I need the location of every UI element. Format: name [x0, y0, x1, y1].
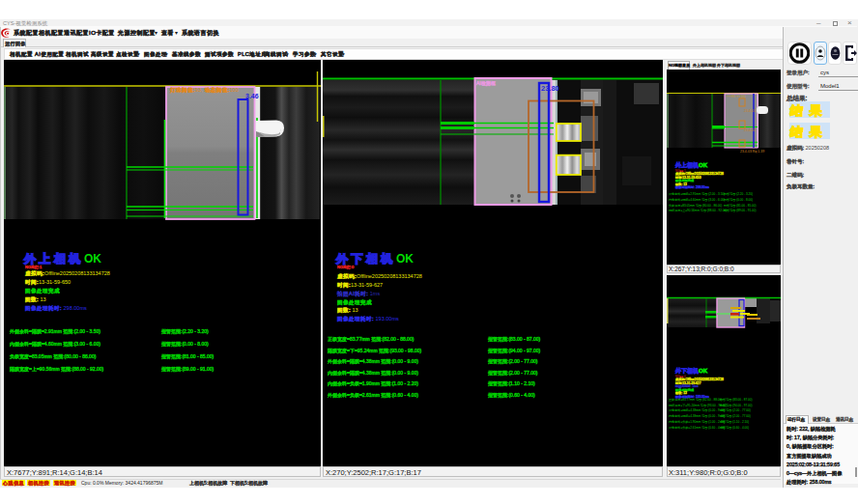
svg-text:23.4-03 Rq:1.39: 23.4-03 Rq:1.39 [740, 150, 764, 154]
svg-text:23.4-02: 23.4-02 [744, 128, 756, 132]
svg-text:23.80: 23.80 [541, 84, 559, 93]
svg-text:23.4-01: 23.4-01 [744, 109, 756, 113]
svg-text:□□:93 □□:100: □□:93 □□:100 [727, 95, 745, 98]
svg-text:3.46: 3.46 [245, 93, 259, 99]
